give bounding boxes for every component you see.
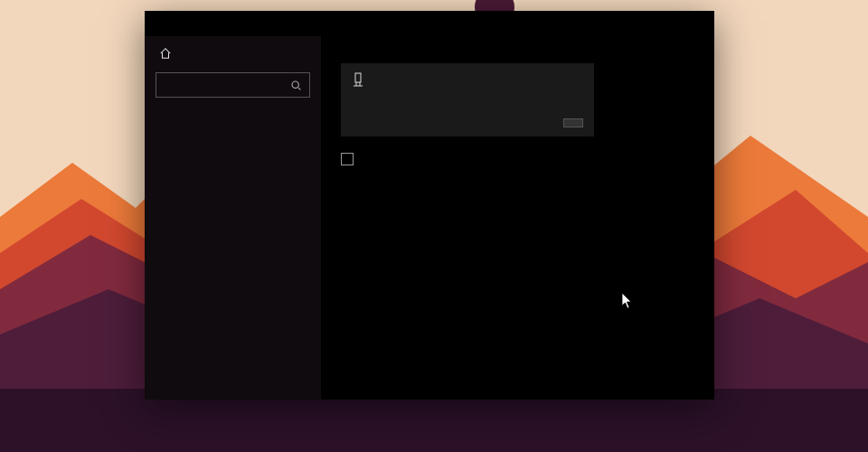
- remove-device-button[interactable]: [563, 118, 583, 127]
- metered-checkbox-row[interactable]: [341, 153, 694, 165]
- adapter-icon: [352, 72, 364, 91]
- settings-window: [145, 11, 714, 400]
- search-icon: [290, 80, 302, 91]
- titlebar: [145, 11, 714, 36]
- home-icon: [159, 47, 172, 60]
- mouse-cursor: [622, 293, 633, 309]
- main-panel: [321, 36, 714, 400]
- selected-device-card[interactable]: [341, 63, 594, 137]
- sidebar: [145, 36, 321, 400]
- checkbox-icon[interactable]: [341, 153, 354, 165]
- svg-rect-4: [355, 73, 361, 82]
- category-header: [145, 105, 321, 118]
- home-button[interactable]: [145, 40, 321, 67]
- search-input[interactable]: [156, 72, 310, 98]
- svg-point-3: [292, 81, 298, 88]
